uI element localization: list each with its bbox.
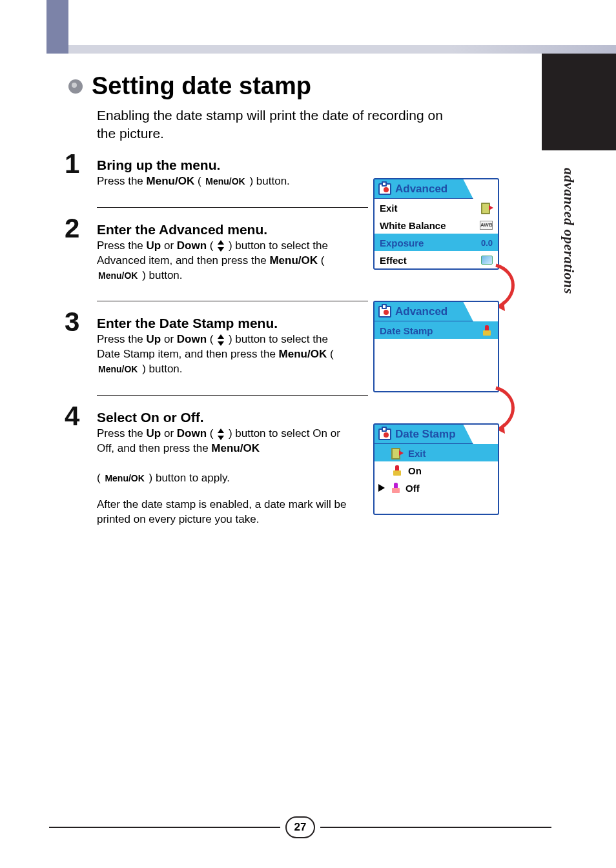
t: ) button. bbox=[139, 363, 182, 375]
step-number: 3 bbox=[65, 307, 79, 338]
step-number: 4 bbox=[65, 401, 79, 432]
step-heading: Enter the Advanced menu. bbox=[97, 222, 349, 237]
footer-rule bbox=[49, 827, 280, 828]
panel-title: Advanced bbox=[395, 183, 447, 196]
t: Menu/OK bbox=[279, 348, 327, 360]
submenu-row-off[interactable]: Off bbox=[375, 479, 498, 496]
exit-icon bbox=[391, 448, 403, 458]
t: Press the bbox=[97, 239, 147, 252]
menu-ok-icon: Menu/OK bbox=[204, 176, 246, 188]
date-stamp-off-icon bbox=[390, 483, 402, 493]
t: Up bbox=[147, 333, 161, 345]
title-bullet-icon bbox=[68, 79, 83, 94]
panel-rows: Exit White Balance AWB Exposure 0.0 Effe… bbox=[375, 199, 498, 268]
row-label: On bbox=[408, 465, 493, 476]
row-label: Off bbox=[406, 483, 493, 494]
section-side-label: advanced operations bbox=[560, 168, 577, 294]
step-text: Press the Up or Down ( ) button to selec… bbox=[97, 427, 349, 486]
footer-rule bbox=[320, 827, 551, 828]
menu-row-white-balance[interactable]: White Balance AWB bbox=[375, 216, 498, 234]
menu-ok-icon: Menu/OK bbox=[97, 363, 139, 376]
step-text: Press the Menu/OK ( Menu/OK ) button. bbox=[97, 174, 349, 189]
step-number: 2 bbox=[65, 213, 79, 244]
page-number: 27 bbox=[285, 816, 315, 838]
t: ( bbox=[318, 254, 324, 267]
step-separator bbox=[97, 301, 368, 301]
date-stamp-submenu-panel: Date Stamp Exit On Off bbox=[373, 423, 499, 515]
submenu-row-exit[interactable]: Exit bbox=[375, 444, 498, 461]
row-label: Effect bbox=[380, 255, 481, 266]
step-text: Press the Up or Down ( ) button to selec… bbox=[97, 239, 349, 283]
t: Up bbox=[147, 427, 161, 439]
t: Menu/OK bbox=[147, 175, 195, 187]
camera-tools-icon bbox=[378, 306, 391, 318]
menu-row-empty bbox=[375, 339, 498, 356]
up-down-icon bbox=[216, 429, 225, 440]
t: Down bbox=[177, 239, 207, 252]
t: ) button to apply. bbox=[146, 472, 230, 484]
panel-tab: Date Stamp bbox=[375, 425, 498, 444]
menu-row-effect[interactable]: Effect bbox=[375, 251, 498, 268]
t: Press the bbox=[97, 333, 147, 345]
t: or bbox=[161, 239, 177, 252]
t: Menu/OK bbox=[269, 254, 318, 267]
menu-row-empty bbox=[375, 356, 498, 374]
row-label: Exit bbox=[408, 448, 493, 459]
row-label: Exposure bbox=[380, 237, 481, 248]
step-heading: Select On or Off. bbox=[97, 410, 349, 425]
current-indicator-icon bbox=[378, 484, 385, 492]
awb-icon: AWB bbox=[480, 221, 493, 230]
menu-row-date-stamp[interactable]: Date Stamp bbox=[375, 321, 498, 339]
advanced-menu-panel-1: Advanced Exit White Balance AWB Exposure… bbox=[373, 178, 499, 270]
t: ( bbox=[327, 348, 333, 360]
t: ) button. bbox=[247, 175, 290, 187]
effect-icon bbox=[481, 256, 493, 265]
t: or bbox=[161, 427, 177, 439]
page-title: Setting date stamp bbox=[92, 72, 311, 100]
step-heading: Bring up the menu. bbox=[97, 157, 349, 173]
title-row: Setting date stamp bbox=[68, 72, 546, 100]
date-stamp-on-icon bbox=[391, 465, 403, 476]
t: ( bbox=[207, 333, 216, 345]
panel-tab: Advanced bbox=[375, 302, 498, 321]
panel-title: Advanced bbox=[395, 305, 447, 318]
page-root: advanced operations Setting date stamp E… bbox=[0, 0, 616, 868]
panel-rows: Date Stamp bbox=[375, 321, 498, 391]
camera-tools-icon bbox=[378, 429, 391, 440]
t: Menu/OK bbox=[211, 442, 260, 454]
menu-row-empty bbox=[375, 374, 498, 391]
header-accent-bar bbox=[46, 0, 68, 54]
t: or bbox=[161, 333, 177, 345]
exit-icon bbox=[481, 203, 493, 213]
t: Up bbox=[147, 239, 161, 252]
t: ) button. bbox=[139, 269, 182, 281]
step-separator bbox=[97, 207, 368, 208]
step-after-text: After the date stamp is enabled, a date … bbox=[97, 498, 349, 527]
t: Press the bbox=[97, 427, 147, 439]
step-text: Press the Up or Down ( ) button to selec… bbox=[97, 332, 349, 377]
menu-row-exposure[interactable]: Exposure 0.0 bbox=[375, 234, 498, 251]
t: ( bbox=[97, 472, 103, 484]
panel-title: Date Stamp bbox=[395, 428, 456, 441]
thumb-tab-dark bbox=[542, 54, 616, 150]
row-value: 0.0 bbox=[481, 238, 493, 248]
menu-ok-icon: Menu/OK bbox=[103, 472, 145, 485]
t: ( bbox=[207, 239, 216, 252]
intro-text: Enabling the date stamp will print the d… bbox=[97, 106, 458, 143]
header-band bbox=[68, 45, 616, 54]
panel-rows: Exit On Off bbox=[375, 444, 498, 514]
menu-row-exit[interactable]: Exit bbox=[375, 199, 498, 216]
submenu-row-on[interactable]: On bbox=[375, 461, 498, 479]
advanced-menu-panel-2: Advanced Date Stamp bbox=[373, 301, 499, 392]
t: Down bbox=[177, 333, 207, 345]
panel-tab: Advanced bbox=[375, 179, 498, 199]
t: Press the bbox=[97, 175, 147, 187]
menu-preview-column: Advanced Exit White Balance AWB Exposure… bbox=[373, 178, 499, 546]
menu-ok-icon: Menu/OK bbox=[97, 270, 139, 282]
camera-tools-icon bbox=[378, 183, 391, 195]
t: Down bbox=[177, 427, 207, 439]
step-number: 1 bbox=[65, 148, 79, 179]
t: ( bbox=[207, 427, 216, 439]
up-down-icon bbox=[216, 334, 225, 346]
menu-row-empty bbox=[375, 496, 498, 514]
